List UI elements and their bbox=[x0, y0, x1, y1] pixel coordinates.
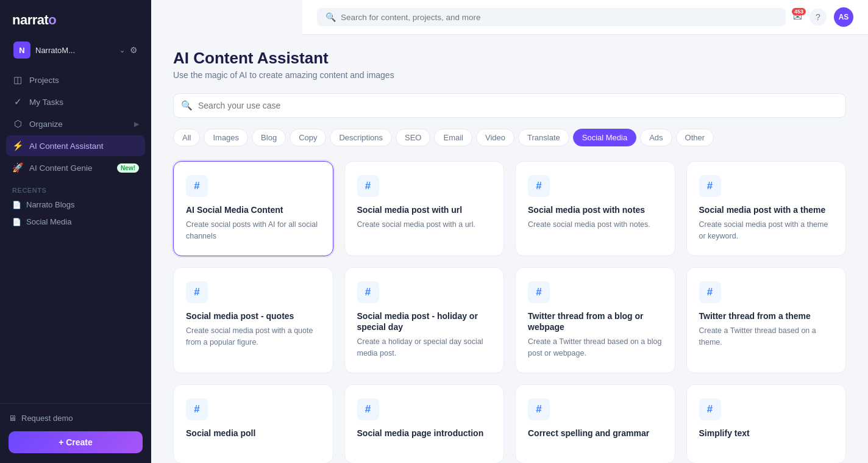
filter-email[interactable]: Email bbox=[434, 129, 472, 146]
filter-descriptions[interactable]: Descriptions bbox=[330, 129, 392, 146]
sidebar-item-label: Projects bbox=[29, 76, 59, 85]
recent-item-label: Narrato Blogs bbox=[26, 200, 74, 209]
card-desc: Create social media post with notes. bbox=[528, 219, 663, 231]
logo-text: narrato bbox=[12, 12, 56, 28]
workspace-name: NarratoM... bbox=[35, 46, 115, 55]
card-icon: # bbox=[528, 281, 550, 303]
card-desc: Create social posts with AI for all soci… bbox=[186, 219, 321, 242]
card-simplify-text[interactable]: # Simplify text bbox=[686, 384, 847, 463]
recent-social-media[interactable]: 📄 Social Media bbox=[6, 214, 145, 230]
organize-icon: ⬡ bbox=[12, 118, 23, 129]
monitor-icon: 🖥 bbox=[9, 414, 16, 423]
content-area: AI Content Assistant Use the magic of AI… bbox=[151, 32, 868, 463]
card-social-media-poll[interactable]: # Social media poll bbox=[173, 384, 333, 463]
card-social-media-post-theme[interactable]: # Social media post with a theme Create … bbox=[686, 161, 847, 256]
filter-seo[interactable]: SEO bbox=[396, 129, 430, 146]
card-social-media-post-notes[interactable]: # Social media post with notes Create so… bbox=[515, 161, 675, 256]
create-button[interactable]: + Create bbox=[9, 431, 143, 453]
cards-grid: # AI Social Media Content Create social … bbox=[173, 161, 846, 463]
card-title: Social media post - quotes bbox=[186, 310, 321, 321]
document-icon: 📄 bbox=[12, 201, 21, 209]
card-ai-social-media-content[interactable]: # AI Social Media Content Create social … bbox=[173, 161, 333, 256]
search-icon: 🔍 bbox=[326, 12, 336, 22]
filter-blog[interactable]: Blog bbox=[252, 129, 286, 146]
rocket-icon: 🚀 bbox=[12, 162, 23, 173]
sidebar-item-ai-content-genie[interactable]: 🚀 AI Content Genie New! bbox=[6, 157, 145, 178]
search-input[interactable] bbox=[341, 13, 777, 22]
card-correct-spelling-grammar[interactable]: # Correct spelling and grammar bbox=[515, 384, 675, 463]
card-desc: Create social media post with a theme or… bbox=[699, 219, 834, 242]
card-icon: # bbox=[699, 175, 721, 197]
card-twitter-thread-blog[interactable]: # Twitter thread from a blog or webpage … bbox=[515, 267, 675, 373]
lightning-icon: ⚡ bbox=[12, 140, 23, 151]
notifications-button[interactable]: ✉ 453 bbox=[793, 10, 802, 24]
logo-highlight: o bbox=[48, 12, 56, 27]
card-desc: Create a Twitter thread based on a blog … bbox=[528, 336, 663, 359]
sidebar-bottom: 🖥 Request demo + Create bbox=[0, 403, 151, 463]
use-case-search-input[interactable] bbox=[173, 93, 846, 118]
card-title: Social media post with url bbox=[357, 204, 492, 215]
help-button[interactable]: ? bbox=[809, 9, 827, 26]
search-container: 🔍 bbox=[317, 8, 786, 26]
filter-ads[interactable]: Ads bbox=[640, 129, 672, 146]
card-icon: # bbox=[528, 398, 550, 420]
sidebar-item-ai-content-assistant[interactable]: ⚡ AI Content Assistant bbox=[6, 135, 145, 156]
chevron-right-icon: ▶ bbox=[134, 120, 139, 128]
card-icon: # bbox=[699, 398, 721, 420]
avatar[interactable]: AS bbox=[834, 7, 853, 27]
sidebar: narrato N NarratoM... ⌄ ⚙ ◫ Projects ✓ M… bbox=[0, 0, 151, 463]
request-demo-button[interactable]: 🖥 Request demo bbox=[9, 411, 143, 425]
card-title: Social media poll bbox=[186, 428, 321, 439]
sidebar-item-label: AI Content Assistant bbox=[29, 142, 104, 151]
demo-label: Request demo bbox=[21, 414, 73, 423]
sidebar-item-projects[interactable]: ◫ Projects bbox=[6, 70, 145, 90]
card-social-media-post-quotes[interactable]: # Social media post - quotes Create soci… bbox=[173, 267, 333, 373]
sidebar-logo: narrato bbox=[0, 0, 151, 38]
sidebar-item-my-tasks[interactable]: ✓ My Tasks bbox=[6, 92, 145, 112]
chevron-down-icon: ⌄ bbox=[119, 46, 125, 54]
notification-badge: 453 bbox=[792, 8, 806, 15]
sidebar-item-label: My Tasks bbox=[29, 98, 63, 107]
card-twitter-thread-theme[interactable]: # Twitter thread from a theme Create a T… bbox=[686, 267, 847, 373]
workspace-icon: N bbox=[13, 41, 30, 59]
card-title: Social media post with a theme bbox=[699, 204, 834, 215]
recent-narrato-blogs[interactable]: 📄 Narrato Blogs bbox=[6, 196, 145, 213]
card-icon: # bbox=[357, 398, 379, 420]
filter-all[interactable]: All bbox=[173, 129, 200, 146]
workspace-selector[interactable]: N NarratoM... ⌄ ⚙ bbox=[6, 38, 145, 62]
filter-video[interactable]: Video bbox=[476, 129, 514, 146]
document-icon: 📄 bbox=[12, 218, 21, 226]
top-search-bar: 🔍 ✉ 453 ? AS bbox=[302, 0, 868, 35]
settings-icon[interactable]: ⚙ bbox=[130, 45, 138, 55]
card-title: Twitter thread from a blog or webpage bbox=[528, 310, 663, 332]
card-title: AI Social Media Content bbox=[186, 204, 321, 215]
new-badge: New! bbox=[117, 163, 139, 173]
card-desc: Create a holiday or special day social m… bbox=[357, 336, 492, 359]
sidebar-item-label: Organize bbox=[29, 120, 63, 129]
use-case-search-icon: 🔍 bbox=[181, 100, 193, 111]
card-icon: # bbox=[186, 398, 208, 420]
top-right-actions: ✉ 453 ? AS bbox=[793, 7, 853, 27]
tasks-icon: ✓ bbox=[12, 96, 23, 107]
question-icon: ? bbox=[816, 12, 820, 22]
card-icon: # bbox=[528, 175, 550, 197]
card-icon: # bbox=[357, 281, 379, 303]
card-title: Simplify text bbox=[699, 428, 834, 439]
card-social-media-page-intro[interactable]: # Social media page introduction bbox=[344, 384, 505, 463]
sidebar-item-organize[interactable]: ⬡ Organize ▶ bbox=[6, 113, 145, 134]
filter-images[interactable]: Images bbox=[204, 129, 248, 146]
card-icon: # bbox=[699, 281, 721, 303]
projects-icon: ◫ bbox=[12, 74, 23, 85]
page-title: AI Content Assistant bbox=[173, 49, 846, 68]
filter-social-media[interactable]: Social Media bbox=[573, 129, 636, 146]
filter-other[interactable]: Other bbox=[676, 129, 714, 146]
sidebar-nav: ◫ Projects ✓ My Tasks ⬡ Organize ▶ ⚡ AI … bbox=[0, 67, 151, 403]
filter-copy[interactable]: Copy bbox=[290, 129, 326, 146]
filter-translate[interactable]: Translate bbox=[518, 129, 569, 146]
create-button-label: + Create bbox=[59, 437, 93, 447]
card-social-media-post-holiday[interactable]: # Social media post - holiday or special… bbox=[344, 267, 505, 373]
card-social-media-post-url[interactable]: # Social media post with url Create soci… bbox=[344, 161, 505, 256]
card-icon: # bbox=[357, 175, 379, 197]
card-title: Twitter thread from a theme bbox=[699, 310, 834, 321]
card-title: Social media post - holiday or special d… bbox=[357, 310, 492, 332]
